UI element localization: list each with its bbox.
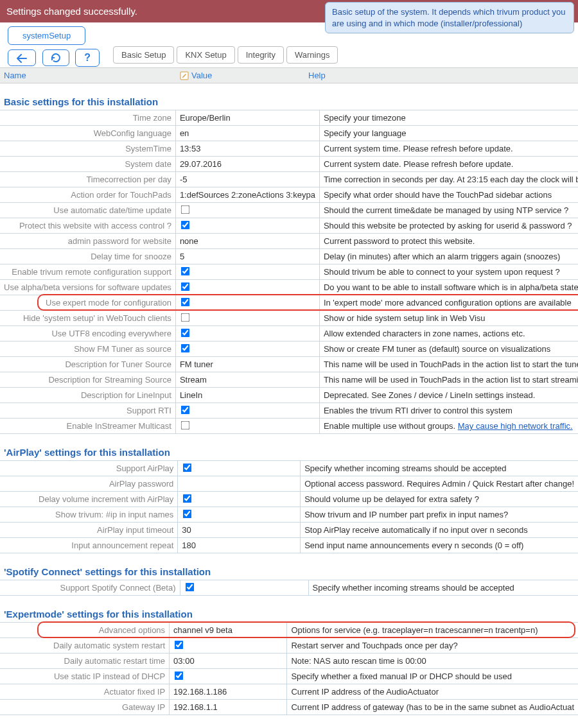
setting-value[interactable] bbox=[175, 280, 319, 295]
setting-label: System date bbox=[0, 157, 175, 172]
checkbox[interactable] bbox=[181, 220, 190, 229]
setting-value[interactable]: 5 bbox=[175, 249, 319, 264]
checkbox[interactable] bbox=[181, 420, 190, 429]
checkbox[interactable] bbox=[181, 343, 190, 352]
setting-label: Delay volume increment with AirPlay bbox=[0, 492, 178, 507]
setting-value[interactable]: channel v9 beta bbox=[170, 623, 287, 638]
table-row: WebConfig languageenSpecify your languag… bbox=[0, 126, 578, 141]
setting-label: Enable InStreamer Multicast bbox=[0, 419, 175, 434]
setting-value[interactable]: FM tuner bbox=[175, 357, 319, 372]
setting-value[interactable] bbox=[178, 492, 301, 507]
setting-help: Show or hide system setup link in Web Vi… bbox=[319, 311, 578, 326]
table-row: Use UTF8 encoding everywhereAllow extend… bbox=[0, 326, 578, 342]
setting-value[interactable]: 1:defSources 2:zoneActions 3:keypa bbox=[175, 187, 319, 203]
table-row: Use static IP instead of DHCPSpecify whe… bbox=[0, 669, 578, 684]
setting-value[interactable] bbox=[175, 203, 319, 218]
setting-value[interactable]: LineIn bbox=[175, 388, 319, 403]
table-row: Daily automatic system restartRestart se… bbox=[0, 638, 578, 654]
setting-value[interactable] bbox=[178, 461, 301, 476]
setting-value[interactable]: 180 bbox=[178, 538, 301, 553]
table-row: Delay volume increment with AirPlayShoul… bbox=[0, 492, 578, 507]
setting-value[interactable]: 192.168.1.1 bbox=[170, 700, 287, 715]
setting-value[interactable] bbox=[170, 638, 287, 654]
setting-help: Show trivum and IP number part prefix in… bbox=[301, 507, 578, 523]
setting-value[interactable] bbox=[175, 264, 319, 280]
tab-basic-setup[interactable]: Basic Setup bbox=[113, 46, 174, 64]
setting-value[interactable] bbox=[175, 218, 319, 234]
setting-value[interactable] bbox=[175, 326, 319, 342]
help-bubble: Basic setup of the system. It depends wh… bbox=[325, 2, 574, 33]
setting-help: Send input name announcements every n se… bbox=[301, 538, 578, 553]
setting-value[interactable]: 30 bbox=[178, 523, 301, 538]
setting-value[interactable] bbox=[175, 342, 319, 357]
setting-value[interactable]: none bbox=[175, 234, 319, 249]
table-row: Show FM Tuner as sourceShow or create FM… bbox=[0, 342, 578, 357]
setting-help: Specify what order should have the Touch… bbox=[319, 187, 578, 203]
help-link[interactable]: May cause high network traffic. bbox=[458, 421, 573, 431]
setting-value[interactable] bbox=[178, 507, 301, 523]
checkbox[interactable] bbox=[183, 509, 192, 518]
setting-value[interactable] bbox=[170, 669, 287, 684]
setting-value[interactable]: 13:53 bbox=[175, 141, 319, 157]
setting-value[interactable]: 192.168.1.186 bbox=[170, 684, 287, 700]
checkbox[interactable] bbox=[181, 313, 190, 322]
checkbox[interactable] bbox=[181, 405, 190, 414]
tab-knx-setup[interactable]: KNX Setup bbox=[177, 46, 234, 64]
table-row: Gateway IP192.168.1.1Current IP address … bbox=[0, 700, 578, 715]
checkbox[interactable] bbox=[181, 205, 190, 214]
col-help[interactable]: Help bbox=[308, 71, 578, 80]
setting-label: Delay time for snooze bbox=[0, 249, 175, 264]
checkbox[interactable] bbox=[185, 582, 194, 591]
checkbox[interactable] bbox=[183, 463, 192, 472]
tab-integrity[interactable]: Integrity bbox=[238, 46, 284, 64]
section-title: 'AirPlay' settings for this installation bbox=[0, 434, 578, 460]
setting-label: AirPlay password bbox=[0, 476, 178, 492]
setting-value[interactable]: 03:00 bbox=[170, 654, 287, 669]
checkbox[interactable] bbox=[183, 494, 192, 503]
status-banner: Settings changed successfully. Basic set… bbox=[0, 0, 578, 22]
setting-value[interactable]: -5 bbox=[175, 172, 319, 187]
setting-label: Actuator fixed IP bbox=[0, 684, 170, 700]
edit-icon bbox=[180, 71, 189, 80]
column-header: Name Value Help bbox=[0, 67, 578, 83]
setting-value[interactable] bbox=[175, 311, 319, 326]
setting-value[interactable]: 29.07.2016 bbox=[175, 157, 319, 172]
tab-warnings[interactable]: Warnings bbox=[286, 46, 338, 64]
table-row: Description for Streaming SourceStreamTh… bbox=[0, 372, 578, 388]
table-row: Enable trivum remote configuration suppo… bbox=[0, 264, 578, 280]
setting-value[interactable]: en bbox=[175, 126, 319, 141]
setting-value[interactable] bbox=[178, 476, 301, 492]
back-button[interactable] bbox=[8, 49, 36, 66]
setting-value[interactable] bbox=[175, 403, 319, 419]
table-row: Support AirPlaySpecify whether incoming … bbox=[0, 461, 578, 476]
table-row: Action order for TouchPads1:defSources 2… bbox=[0, 187, 578, 203]
checkbox[interactable] bbox=[175, 671, 184, 680]
table-row: Hide 'system setup' in WebTouch clientsS… bbox=[0, 311, 578, 326]
checkbox[interactable] bbox=[181, 297, 190, 306]
setting-label: Input announcement repeat bbox=[0, 538, 178, 553]
checkbox[interactable] bbox=[181, 266, 190, 275]
col-name[interactable]: Name bbox=[0, 71, 180, 80]
setting-help: This name will be used in TouchPads in t… bbox=[319, 372, 578, 388]
refresh-button[interactable] bbox=[42, 49, 69, 67]
help-button[interactable]: ? bbox=[75, 49, 100, 67]
table-row: Use expert mode for configurationIn 'exp… bbox=[0, 295, 578, 311]
table-row: Description for Tuner SourceFM tunerThis… bbox=[0, 357, 578, 372]
col-value[interactable]: Value bbox=[180, 71, 308, 80]
system-setup-button[interactable]: systemSetup bbox=[8, 26, 85, 45]
table-row: Support Spotify Connect (Beta)Specify wh… bbox=[0, 580, 578, 596]
settings-table: Advanced optionschannel v9 betaOptions f… bbox=[0, 622, 578, 715]
setting-value[interactable] bbox=[175, 295, 319, 311]
table-row: System date29.07.2016Current system date… bbox=[0, 157, 578, 172]
checkbox[interactable] bbox=[175, 640, 184, 649]
table-row: admin password for websitenoneCurrent pa… bbox=[0, 234, 578, 249]
setting-help: Specify whether incoming streams should … bbox=[301, 461, 578, 476]
setting-value[interactable] bbox=[180, 580, 308, 596]
table-row: AirPlay input timeout30Stop AirPlay rece… bbox=[0, 523, 578, 538]
setting-value[interactable]: Stream bbox=[175, 372, 319, 388]
setting-label: Use automatic date/time update bbox=[0, 203, 175, 218]
checkbox[interactable] bbox=[181, 282, 190, 291]
checkbox[interactable] bbox=[181, 328, 190, 337]
setting-value[interactable]: Europe/Berlin bbox=[175, 110, 319, 126]
setting-value[interactable] bbox=[175, 419, 319, 434]
